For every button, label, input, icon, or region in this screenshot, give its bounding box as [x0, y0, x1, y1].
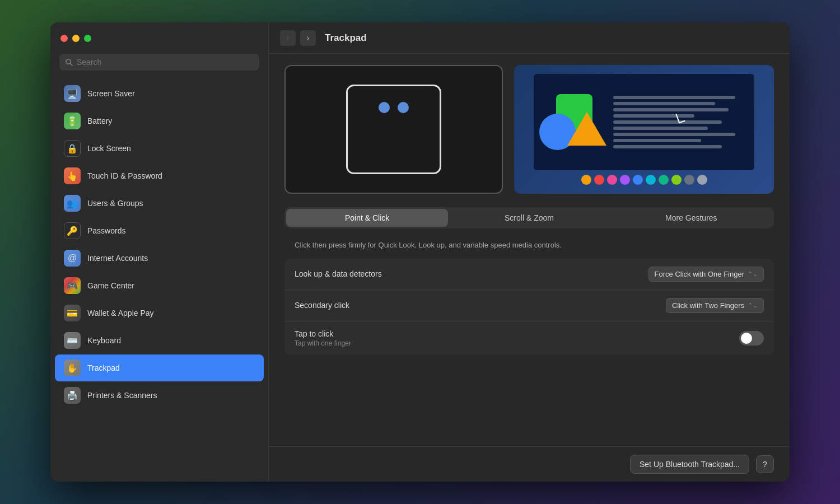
preview-shapes — [539, 94, 606, 150]
toggle-knob — [741, 333, 752, 344]
color-dot-2 — [607, 175, 617, 185]
keyboard-label: Keyboard — [87, 336, 121, 345]
sidebar-list: 🖥️ Screen Saver 🔋 Battery 🔒 Lock Screen … — [50, 77, 268, 482]
internet-icon: @ — [64, 250, 81, 267]
tap-to-click-toggle[interactable] — [739, 331, 764, 346]
main-content-area: ‹ › Trackpad — [269, 22, 790, 482]
preview-line — [613, 139, 702, 142]
lookup-chevron-icon: ⌃⌄ — [748, 270, 758, 278]
search-bar[interactable] — [59, 54, 259, 71]
tab-more-gestures[interactable]: More Gestures — [610, 209, 772, 227]
sidebar-item-trackpad[interactable]: ✋ Trackpad — [55, 354, 264, 381]
preview-line — [613, 120, 722, 124]
color-dot-7 — [671, 175, 682, 185]
sidebar-item-internet[interactable]: @ Internet Accounts — [55, 245, 264, 272]
color-dot-5 — [646, 175, 656, 185]
tab-scroll-zoom[interactable]: Scroll & Zoom — [448, 209, 610, 227]
tap-to-click-label: Tap to click — [295, 329, 351, 338]
trackpad-icon: ✋ — [64, 360, 81, 376]
touchid-icon: 👆 — [64, 167, 81, 184]
gesture-preview-inner — [514, 65, 774, 194]
secondary-click-label: Secondary click — [295, 301, 349, 310]
battery-label: Battery — [87, 116, 112, 125]
lookup-select[interactable]: Force Click with One Finger ⌃⌄ — [648, 267, 764, 282]
touchid-label: Touch ID & Password — [87, 171, 162, 180]
passwords-label: Passwords — [87, 226, 125, 235]
preview-line — [613, 102, 715, 105]
color-dots-row — [581, 175, 707, 185]
printers-icon: 🖨️ — [64, 387, 81, 404]
tabs-row: Point & ClickScroll & ZoomMore Gestures — [284, 207, 774, 228]
secondary-click-select[interactable]: Click with Two Fingers ⌃⌄ — [666, 298, 764, 313]
passwords-icon: 🔑 — [64, 222, 81, 239]
color-dot-6 — [659, 175, 669, 185]
preview-line — [613, 133, 735, 136]
lookup-value: Force Click with One Finger — [655, 270, 744, 278]
tap-to-click-row: Tap to click Tap with one finger — [284, 321, 774, 355]
trackpad-dot-left — [379, 102, 390, 113]
color-dot-0 — [581, 175, 591, 185]
close-button[interactable] — [60, 35, 68, 42]
trackpad-diagram — [346, 85, 441, 174]
keyboard-icon: ⌨️ — [64, 332, 81, 349]
preview-line — [613, 127, 708, 130]
color-dot-3 — [620, 175, 630, 185]
search-input[interactable] — [77, 58, 254, 67]
tab-point-click[interactable]: Point & Click — [286, 209, 448, 227]
sidebar-item-screensaver[interactable]: 🖥️ Screen Saver — [55, 80, 264, 107]
forward-button[interactable]: › — [300, 30, 316, 46]
color-dot-4 — [633, 175, 643, 185]
preview-line — [613, 96, 735, 99]
trackpad-label: Trackpad — [87, 363, 120, 372]
secondary-click-chevron-icon: ⌃⌄ — [748, 302, 758, 309]
lockscreen-icon: 🔒 — [64, 140, 81, 157]
sidebar-item-users[interactable]: 👥 Users & Groups — [55, 190, 264, 217]
screensaver-icon: 🖥️ — [64, 85, 81, 102]
maximize-button[interactable] — [84, 35, 91, 42]
sidebar-item-battery[interactable]: 🔋 Battery — [55, 108, 264, 134]
help-button[interactable]: ? — [756, 455, 774, 473]
secondary-click-value: Click with Two Fingers — [672, 301, 744, 310]
color-dot-8 — [684, 175, 694, 185]
screensaver-label: Screen Saver — [87, 89, 135, 98]
lockscreen-label: Lock Screen — [87, 144, 131, 153]
preview-row — [284, 65, 774, 194]
back-button[interactable]: ‹ — [280, 30, 296, 46]
users-icon: 👥 — [64, 195, 81, 212]
sidebar-titlebar — [50, 22, 268, 54]
color-dot-9 — [697, 175, 707, 185]
setting-description: Click then press firmly for Quick Look, … — [284, 240, 774, 259]
sidebar-item-keyboard[interactable]: ⌨️ Keyboard — [55, 327, 264, 354]
sidebar-item-gamecenter[interactable]: 🎮 Game Center — [55, 272, 264, 299]
sidebar-item-wallet[interactable]: 💳 Wallet & Apple Pay — [55, 300, 264, 326]
trackpad-preview — [284, 65, 503, 194]
preview-lines — [606, 96, 749, 148]
setup-bluetooth-button[interactable]: Set Up Bluetooth Trackpad... — [630, 455, 749, 474]
lookup-label: Look up & data detectors — [295, 269, 382, 278]
gesture-screen — [534, 74, 754, 171]
color-dot-1 — [594, 175, 604, 185]
printers-label: Printers & Scanners — [87, 391, 157, 400]
bottom-bar: Set Up Bluetooth Trackpad... ? — [269, 446, 790, 482]
wallet-icon: 💳 — [64, 305, 81, 321]
sidebar-item-passwords[interactable]: 🔑 Passwords — [55, 217, 264, 244]
tap-to-click-label-group: Tap to click Tap with one finger — [295, 329, 351, 347]
preview-line — [613, 145, 722, 148]
sidebar-item-lockscreen[interactable]: 🔒 Lock Screen — [55, 135, 264, 162]
svg-line-1 — [70, 63, 72, 66]
shape-orange — [567, 112, 606, 146]
main-titlebar: ‹ › Trackpad — [269, 22, 790, 54]
system-preferences-window: 🖥️ Screen Saver 🔋 Battery 🔒 Lock Screen … — [50, 22, 790, 482]
gesture-preview — [514, 65, 774, 194]
users-label: Users & Groups — [87, 199, 143, 208]
preview-line — [613, 108, 729, 111]
sidebar-item-touchid[interactable]: 👆 Touch ID & Password — [55, 162, 264, 189]
sidebar-item-printers[interactable]: 🖨️ Printers & Scanners — [55, 382, 264, 409]
main-content: Point & ClickScroll & ZoomMore Gestures … — [269, 54, 790, 446]
minimize-button[interactable] — [72, 35, 80, 42]
settings-section: Look up & data detectors Force Click wit… — [284, 259, 774, 355]
wallet-label: Wallet & Apple Pay — [87, 309, 154, 318]
battery-icon: 🔋 — [64, 113, 81, 129]
secondary-click-row: Secondary click Click with Two Fingers ⌃… — [284, 290, 774, 321]
tap-to-click-sublabel: Tap with one finger — [295, 339, 351, 347]
